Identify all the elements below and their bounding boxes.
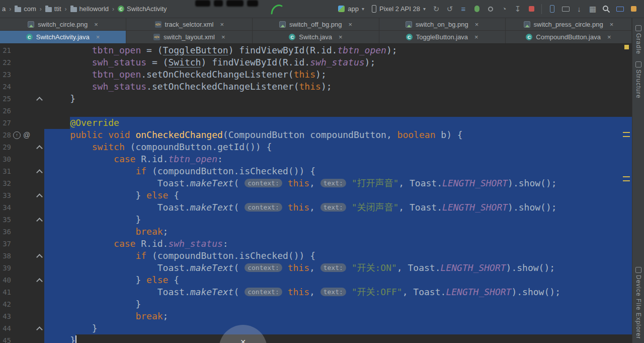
profile-icon[interactable] [485,4,496,15]
sdk-manager-icon[interactable]: ↓ [574,4,585,15]
code-line-24[interactable]: 24 swh_status.setOnCheckedChangeListener… [0,81,632,93]
breadcrumb-item-helloworld[interactable]: helloworld [69,5,110,13]
gutter-icons[interactable] [11,165,34,177]
fold-column[interactable] [34,250,44,262]
fold-column[interactable] [34,201,44,214]
gutter-icons[interactable] [11,334,34,343]
breadcrumb-item-ttit[interactable]: ttit [44,5,62,13]
run-tasks-icon[interactable]: ≡ [458,4,469,15]
code-line-39[interactable]: 39 Toast.makeText( context: this, text: … [0,262,632,274]
gutter-icons[interactable] [11,56,34,68]
code-line-36[interactable]: 36 break; [0,226,632,238]
gutter-icons[interactable] [11,189,34,201]
code-line-27[interactable]: 27 @Override [0,117,632,129]
close-tab-icon[interactable]: × [610,21,614,28]
gutter-icons[interactable] [11,201,34,214]
close-tab-icon[interactable]: × [607,33,611,41]
gutter-icons[interactable] [11,81,34,93]
rerun-icon[interactable]: ↻ [431,4,442,15]
fold-column[interactable] [34,274,44,286]
gutter-icons[interactable] [11,286,34,298]
fold-arrow-icon[interactable] [36,97,43,103]
gutter-icons[interactable] [11,322,34,334]
debug-icon[interactable] [471,4,482,15]
gutter-icons[interactable]: ↑@ [11,129,34,141]
fold-column[interactable] [34,56,44,68]
fold-column[interactable] [34,322,44,334]
fold-column[interactable] [34,214,44,226]
code-line-37[interactable]: 37 case R.id.swh_status: [0,238,632,250]
fold-column[interactable] [34,189,44,201]
close-tab-icon[interactable]: × [96,33,100,41]
device-select[interactable]: Pixel 2 API 28 ▾ [369,4,428,14]
fold-column[interactable] [34,286,44,298]
close-tab-icon[interactable]: × [339,33,343,41]
gutter-icons[interactable] [11,226,34,238]
code-line-40[interactable]: 40 } else { [0,274,632,286]
code-line-21[interactable]: 21 tbtn_open = (ToggleButton) findViewBy… [0,44,632,56]
stop-icon[interactable] [526,4,537,15]
tab-switch_on_bg.png[interactable]: switch_on_bg.png× [379,18,506,30]
code-line-41[interactable]: 41 Toast.makeText( context: this, text: … [0,286,632,298]
fold-column[interactable] [34,310,44,322]
fold-column[interactable] [34,44,44,56]
close-tab-icon[interactable]: × [348,21,352,28]
close-tab-icon[interactable]: × [474,33,478,41]
gutter-icons[interactable] [11,177,34,189]
close-tab-icon[interactable]: × [475,21,479,28]
code-line-29[interactable]: 29 switch (compoundButton.getId()) { [0,141,632,153]
tool-stripe-button-gradle[interactable]: Gradle [635,25,642,54]
fold-column[interactable] [34,68,44,81]
fold-arrow-icon[interactable] [36,169,43,176]
gutter-icons[interactable] [11,298,34,310]
fold-column[interactable] [34,105,44,117]
gutter-icons[interactable] [11,214,34,226]
fold-arrow-icon[interactable] [36,218,43,224]
gutter-icons[interactable] [11,68,34,81]
code-line-25[interactable]: 25 } [0,93,632,105]
profiler-window-icon[interactable] [628,4,639,15]
gutter-icons[interactable] [11,238,34,250]
gutter-icons[interactable] [11,153,34,165]
gutter-icons[interactable] [11,105,34,117]
override-marker-icon[interactable]: ↑ [13,131,21,139]
code-line-45[interactable]: 45 } [0,334,632,343]
gutter-icons[interactable] [11,93,34,105]
close-tab-icon[interactable]: × [220,21,224,28]
fold-column[interactable] [34,81,44,93]
gutter-icons[interactable] [11,274,34,286]
tool-stripe-button-device-file-explorer[interactable]: Device File Explorer [635,267,642,339]
fold-arrow-icon[interactable] [36,278,43,285]
tab-ToggleButton.java[interactable]: CToggleButton.java× [379,31,506,43]
tab-SwitchActivity.java[interactable]: CSwitchActivity.java× [0,31,126,43]
code-line-22[interactable]: 22 swh_status = (Switch) findViewById(R.… [0,56,632,68]
fold-arrow-icon[interactable] [36,254,43,260]
restart-activity-icon[interactable]: ↺ [444,4,455,15]
close-tab-icon[interactable]: × [94,21,98,28]
code-line-23[interactable]: 23 tbtn_open.setOnCheckedChangeListener(… [0,68,632,81]
fold-column[interactable] [34,262,44,274]
device-monitor-icon[interactable] [560,4,571,15]
gutter-icons[interactable] [11,310,34,322]
breadcrumb-item-com[interactable]: com [14,5,37,13]
tab-CompoundButton.java[interactable]: CCompoundButton.java× [506,31,632,43]
gutter-icons[interactable] [11,141,34,153]
fold-column[interactable] [34,177,44,189]
code-line-28[interactable]: 28↑@ public void onCheckedChanged(Compou… [0,129,632,141]
tab-switch_press_circle.png[interactable]: switch_press_circle.png× [506,18,632,30]
profiler-icon[interactable]: ◔ [499,4,510,15]
code-line-33[interactable]: 33 } else { [0,189,632,201]
code-line-31[interactable]: 31 if (compoundButton.isChecked()) { [0,165,632,177]
tab-switch_layout.xml[interactable]: </>switch_layout.xml× [126,31,253,43]
code-line-35[interactable]: 35 } [0,214,632,226]
code-line-38[interactable]: 38 if (compoundButton.isChecked()) { [0,250,632,262]
tab-track_selctor.xml[interactable]: </>track_selctor.xml× [126,18,253,30]
fold-column[interactable] [34,93,44,105]
code-line-32[interactable]: 32 Toast.makeText( context: this, text: … [0,177,632,189]
fold-column[interactable] [34,238,44,250]
code-line-34[interactable]: 34 Toast.makeText( context: this, text: … [0,201,632,214]
fold-arrow-icon[interactable] [36,193,43,200]
attach-debugger-icon[interactable]: ↧ [512,4,523,15]
avd-manager-icon[interactable] [546,4,557,15]
tab-switch_off_bg.png[interactable]: switch_off_bg.png× [253,18,379,30]
